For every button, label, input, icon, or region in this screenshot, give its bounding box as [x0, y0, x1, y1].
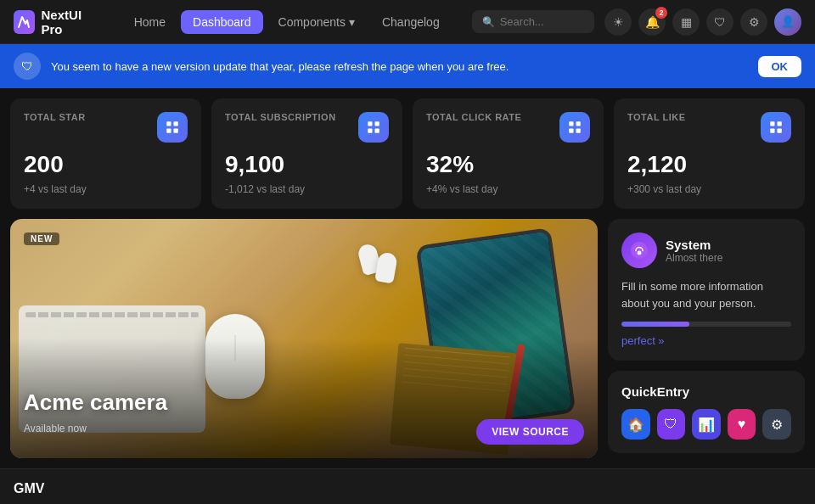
banner-shield-icon: 🛡: [14, 53, 41, 80]
svg-rect-5: [375, 121, 379, 126]
quick-icon-home[interactable]: 🏠: [621, 409, 650, 440]
system-status: Almost there: [666, 252, 791, 264]
system-card: System Almost there Fill in some more in…: [608, 219, 805, 361]
perfect-link[interactable]: perfect: [621, 334, 665, 347]
svg-rect-14: [770, 129, 774, 133]
stat-change-3: +300 vs last day: [627, 183, 791, 195]
chevron-down-icon: ▾: [349, 15, 355, 29]
view-source-button[interactable]: VIEW SOURCE: [476, 419, 584, 445]
quick-icon-heart[interactable]: ♥: [728, 409, 756, 440]
system-avatar: [621, 232, 657, 268]
quick-entry-card: QuickEntry 🏠 🛡 📊 ♥ ⚙: [608, 371, 805, 453]
quick-icon-settings[interactable]: ⚙: [762, 409, 791, 440]
hero-card: NEW Acme camera Available now VIEW SOURC…: [10, 219, 598, 458]
svg-rect-2: [166, 129, 171, 133]
hero-badge: NEW: [24, 232, 59, 245]
chart-icon-btn[interactable]: ▦: [672, 8, 700, 36]
update-banner: 🛡 You seem to have a new version update …: [0, 44, 815, 88]
app-name: NextUI Pro: [42, 8, 98, 36]
bar-chart-icon: ▦: [681, 15, 692, 29]
stat-label-2: TOTAL CLICK RATE: [426, 112, 521, 122]
stat-icon-0: [157, 112, 188, 143]
logo-icon: [14, 10, 35, 34]
gear-icon: ⚙: [749, 15, 760, 29]
shield-icon: 🛡: [714, 15, 726, 29]
stat-value-2: 32%: [426, 151, 590, 178]
settings-icon-btn[interactable]: ⚙: [740, 8, 767, 36]
avatar[interactable]: 👤: [774, 8, 801, 36]
gmv-section: GMV 2020 2021 2022 2023: [0, 468, 815, 504]
system-name: System: [666, 238, 791, 252]
stat-label-3: TOTAL LIKE: [627, 112, 686, 122]
shield-icon-btn[interactable]: 🛡: [706, 8, 734, 36]
sun-icon: ☀: [613, 15, 624, 29]
svg-rect-9: [576, 121, 581, 126]
avatar-initials: 👤: [781, 15, 795, 28]
progress-fill: [621, 322, 689, 327]
svg-rect-15: [778, 129, 782, 133]
stat-change-2: +4% vs last day: [426, 183, 590, 195]
svg-rect-10: [569, 129, 573, 133]
svg-rect-13: [778, 121, 782, 126]
svg-rect-1: [174, 121, 178, 126]
shield-icon: 🛡: [21, 59, 33, 73]
quick-entry-title: QuickEntry: [621, 384, 791, 399]
main-content: NEW Acme camera Available now VIEW SOURC…: [0, 219, 815, 468]
nav-dashboard[interactable]: Dashboard: [181, 10, 263, 34]
stats-row: TOTAL STAR 200 +4 vs last day TOTAL SUBS…: [0, 88, 815, 219]
svg-rect-12: [770, 121, 774, 126]
svg-rect-7: [375, 129, 379, 133]
stat-total-click-rate: TOTAL CLICK RATE 32% +4% vs last day: [413, 98, 604, 209]
svg-point-16: [631, 242, 648, 259]
quick-icon-chart[interactable]: 📊: [692, 409, 721, 440]
banner-text: You seem to have a new version update th…: [51, 60, 748, 73]
notification-badge: 2: [655, 7, 667, 19]
stat-label-1: TOTAL SUBSCRIPTION: [225, 112, 336, 122]
notification-btn[interactable]: 🔔 2: [638, 8, 666, 36]
stat-total-star: TOTAL STAR 200 +4 vs last day: [10, 98, 201, 209]
nav-home[interactable]: Home: [122, 10, 177, 34]
stat-icon-1: [358, 112, 389, 143]
system-info: System Almost there: [666, 238, 791, 264]
hero-title: Acme camera: [24, 389, 167, 416]
stat-icon-3: [761, 112, 791, 143]
quick-icons: 🏠 🛡 📊 ♥ ⚙: [621, 409, 791, 440]
navbar: NextUI Pro Home Dashboard Components ▾ C…: [0, 0, 815, 44]
hero-subtitle: Available now: [24, 423, 87, 434]
stat-change-1: -1,012 vs last day: [225, 183, 389, 195]
nav-links: Home Dashboard Components ▾ Changelog: [122, 10, 452, 34]
nav-changelog[interactable]: Changelog: [370, 10, 452, 34]
sun-icon-btn[interactable]: ☀: [604, 8, 632, 36]
nav-components[interactable]: Components ▾: [267, 10, 367, 34]
quick-icon-shield[interactable]: 🛡: [657, 409, 686, 440]
stat-total-like: TOTAL LIKE 2,120 +300 vs last day: [614, 98, 805, 209]
system-header: System Almost there: [621, 232, 791, 268]
nav-icons: ☀ 🔔 2 ▦ 🛡 ⚙ 👤: [604, 8, 801, 36]
logo[interactable]: NextUI Pro: [14, 8, 98, 36]
progress-bar: [621, 322, 791, 327]
svg-rect-0: [166, 121, 171, 126]
gmv-title: GMV: [14, 481, 801, 496]
svg-point-17: [638, 251, 642, 255]
stat-icon-2: [559, 112, 590, 143]
stat-total-subscription: TOTAL SUBSCRIPTION 9,100 -1,012 vs last …: [211, 98, 402, 209]
banner-ok-button[interactable]: OK: [758, 56, 802, 77]
stat-label-0: TOTAL STAR: [24, 112, 86, 122]
search-icon: 🔍: [482, 16, 495, 28]
svg-rect-3: [174, 129, 178, 133]
stat-value-1: 9,100: [225, 151, 389, 178]
svg-rect-4: [368, 121, 372, 126]
svg-rect-8: [569, 121, 573, 126]
svg-rect-6: [368, 129, 372, 133]
system-description: Fill in some more information about you …: [621, 278, 791, 311]
sidebar: System Almost there Fill in some more in…: [608, 219, 805, 458]
stat-value-0: 200: [24, 151, 188, 178]
search-box[interactable]: 🔍: [472, 10, 594, 33]
stat-value-3: 2,120: [627, 151, 791, 178]
stat-change-0: +4 vs last day: [24, 183, 188, 195]
svg-rect-11: [576, 129, 581, 133]
search-input[interactable]: [500, 15, 584, 28]
